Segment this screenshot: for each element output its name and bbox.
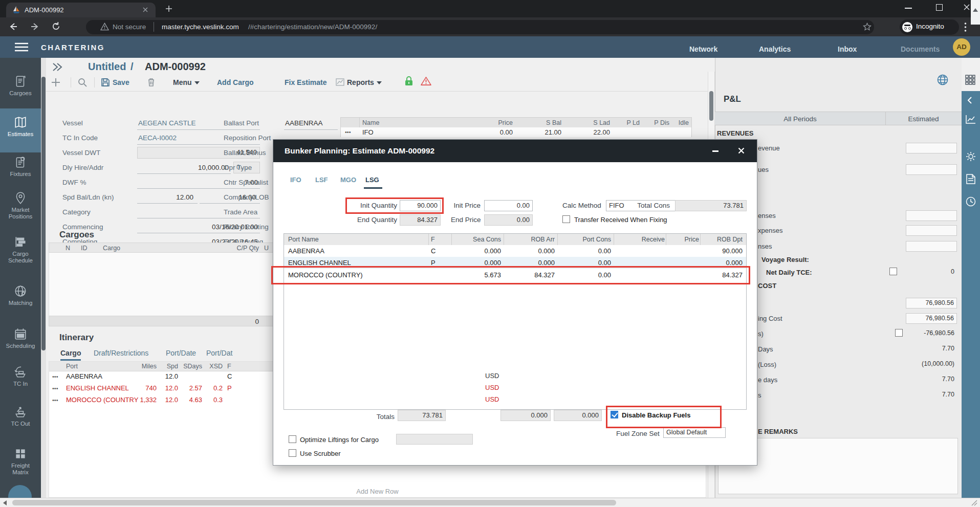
pnl-value-cell: 7.70 [906, 344, 957, 355]
pnl-period-header[interactable]: All Periods Estimated [715, 112, 962, 125]
bunker-table-row[interactable]: AABENRAA C 0.000 0.000 0.00 90.000 [284, 245, 746, 257]
sidebar-item-tc-in[interactable]: TC In [0, 365, 41, 397]
tab-close-icon[interactable] [142, 7, 148, 13]
sidebar-item-tc-out[interactable]: TC Out [0, 405, 41, 437]
modal-close-icon[interactable] [738, 147, 745, 154]
window-maximize-icon[interactable] [936, 4, 943, 11]
pnl-col-all-periods[interactable]: All Periods [715, 115, 885, 123]
new-tab-icon[interactable] [165, 5, 173, 13]
bookmark-star-icon[interactable] [863, 23, 872, 31]
save-icon[interactable] [101, 78, 110, 86]
window-minimize-icon[interactable] [905, 8, 912, 9]
active-tab-underline [364, 187, 382, 189]
tce-checkbox[interactable] [889, 268, 897, 275]
workspace-scrollbar-thumb[interactable] [709, 91, 713, 121]
sidebar-item-freight-matrix[interactable]: Freight Matrix [0, 447, 41, 487]
speed-ballast-field[interactable]: 12.00 [137, 191, 198, 204]
horizontal-scrollbar-thumb[interactable] [12, 500, 616, 505]
fuel-table-row-ifo[interactable]: ••• IFO 0.00 21.00 22.00 [341, 127, 691, 137]
reports-chart-icon [336, 78, 344, 86]
row-menu-icon[interactable]: ••• [52, 385, 58, 391]
sidebar-item-matching[interactable]: Matching [0, 284, 41, 316]
outer-scrollbar-top[interactable] [971, 0, 980, 25]
url-omnibox[interactable]: Not secure master.tyche.veslink.com /#ch… [86, 20, 874, 34]
nav-item-inbox[interactable]: Inbox [838, 45, 857, 53]
fix-estimate-button[interactable]: Fix Estimate [285, 78, 326, 86]
modal-tab-mgo[interactable]: MGO [340, 176, 356, 184]
scroll-up-arrow-icon[interactable] [973, 8, 978, 12]
menu-button[interactable]: Menu [173, 78, 200, 86]
breadcrumb-separator: / [130, 61, 134, 73]
nav-item-documents[interactable]: Documents [901, 45, 940, 53]
nav-item-analytics[interactable]: Analytics [759, 45, 791, 53]
pnl-col-estimated: Estimated [885, 115, 962, 123]
save-button[interactable]: Save [113, 78, 129, 86]
optimize-liftings-input[interactable] [396, 434, 473, 445]
reports-button[interactable]: Reports [347, 78, 382, 86]
sidebar-item-cargo-schedule[interactable]: Cargo Schedule [0, 235, 41, 274]
ballast-port-field[interactable]: AABENRAA [284, 117, 338, 130]
tab-draft-restrictions[interactable]: Draft/Restrictions [94, 349, 148, 357]
sidebar-item-estimates[interactable]: Estimates [0, 108, 41, 152]
analytics-chart-icon[interactable] [966, 115, 976, 124]
add-icon[interactable] [51, 78, 60, 87]
tab-port-date[interactable]: Port/Date [166, 349, 196, 357]
sidebar-scrollbar-thumb[interactable] [41, 77, 46, 350]
url-path[interactable]: /#chartering/estimation/new/ADM-000992/ [248, 23, 377, 31]
sidebar-scrollbar[interactable] [41, 58, 46, 498]
sidebar-item-scheduling[interactable]: Scheduling [0, 327, 41, 359]
add-cargo-button[interactable]: Add Cargo [217, 78, 254, 86]
back-icon[interactable] [8, 21, 18, 32]
tab-cargo[interactable]: Cargo [60, 349, 81, 361]
add-new-row-button[interactable]: Add New Row [49, 488, 706, 495]
world-globe-icon[interactable] [937, 74, 949, 86]
collapse-panel-icon[interactable] [51, 61, 64, 73]
tab-port-dat[interactable]: Port/Dat [206, 349, 232, 357]
sidebar-item-fixtures[interactable]: Fixtures [0, 156, 41, 187]
horizontal-scrollbar[interactable] [0, 498, 980, 507]
pnl-row-checkbox[interactable] [895, 329, 903, 337]
nav-item-network[interactable]: Network [689, 45, 717, 53]
sidebar-item-market-positions[interactable]: Market Positions [0, 191, 41, 230]
modal-title-bar[interactable]: Bunker Planning: Estimate ADM-000992 [273, 140, 757, 162]
sidebar-item-cargoes[interactable]: Cargoes [0, 75, 41, 106]
modal-tab-lsf[interactable]: LSF [315, 176, 328, 184]
collapse-right-chevron-icon[interactable] [967, 96, 973, 104]
daily-hire-field[interactable]: 10,000.00 [137, 162, 231, 174]
breadcrumb-untitled[interactable]: Untitled [88, 61, 126, 73]
row-menu-icon[interactable]: ••• [52, 397, 58, 403]
row-menu-icon[interactable]: ••• [52, 373, 58, 380]
row-menu-icon[interactable]: ••• [345, 129, 351, 135]
init-price-input[interactable]: 0.00 [484, 200, 533, 211]
modal-tab-ifo[interactable]: IFO [290, 176, 301, 184]
scroll-left-arrow-icon[interactable] [3, 500, 7, 505]
url-domain[interactable]: master.tyche.veslink.com [162, 23, 239, 31]
not-secure-label[interactable]: Not secure [113, 23, 146, 31]
field-label: TC In Code [62, 134, 98, 142]
gantt-chart-icon [14, 235, 27, 249]
history-clock-icon[interactable] [966, 196, 976, 207]
browser-menu-icon[interactable] [964, 23, 967, 32]
search-icon[interactable] [78, 78, 87, 87]
modal-tab-lsg[interactable]: LSG [365, 176, 379, 184]
modal-minimize-icon[interactable] [712, 150, 718, 152]
validation-warning-icon[interactable] [421, 76, 431, 86]
reload-icon[interactable] [51, 21, 61, 31]
browser-tab[interactable]: ADM-000992 [6, 3, 156, 17]
panel-grid-icon[interactable] [965, 75, 975, 85]
fuel-zone-set-select[interactable]: Global Default [663, 427, 726, 438]
window-close-icon[interactable] [963, 4, 970, 11]
use-scrubber-checkbox[interactable] [289, 449, 296, 457]
hamburger-menu-icon[interactable] [14, 42, 29, 52]
transfer-received-checkbox[interactable] [562, 215, 570, 223]
document-icon[interactable] [966, 174, 975, 184]
field-label: Opr Type [224, 164, 252, 171]
not-secure-warning-icon[interactable] [100, 23, 109, 31]
forward-icon[interactable] [30, 21, 40, 32]
delete-icon[interactable] [147, 78, 155, 86]
settings-gear-icon[interactable] [966, 151, 976, 162]
optimize-liftings-checkbox[interactable] [289, 435, 296, 443]
fuel-summary-table: Name Price S Bal S Lad P Ld P Dis Idle •… [340, 117, 692, 137]
user-avatar[interactable]: AD [953, 38, 970, 56]
lock-icon[interactable] [404, 76, 413, 86]
